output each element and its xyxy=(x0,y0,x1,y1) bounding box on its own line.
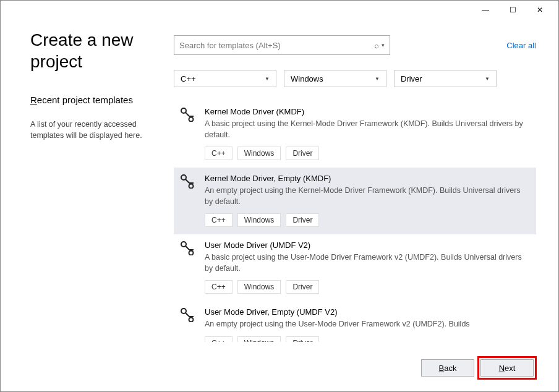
template-item[interactable]: Kernel Mode Driver, Empty (KMDF) An empt… xyxy=(174,168,536,234)
template-body: Kernel Mode Driver (KMDF) A basic projec… xyxy=(205,107,529,160)
platform-filter-value: Windows xyxy=(291,74,323,83)
type-filter[interactable]: Driver ▼ xyxy=(394,70,497,87)
template-tags: C++ Windows Driver xyxy=(205,336,529,343)
svg-point-4 xyxy=(181,242,186,247)
page-title: Create a new project xyxy=(30,29,164,72)
template-body: Kernel Mode Driver, Empty (KMDF) An empt… xyxy=(205,174,529,227)
back-button[interactable]: Back xyxy=(421,359,474,377)
template-tags: C++ Windows Driver xyxy=(205,213,529,227)
template-title: User Mode Driver (UMDF V2) xyxy=(205,241,529,250)
tag-windows: Windows xyxy=(237,147,281,160)
driver-icon xyxy=(180,107,197,122)
driver-icon xyxy=(180,241,197,255)
tag-windows: Windows xyxy=(237,213,281,227)
search-input[interactable] xyxy=(179,41,374,50)
content: Create a new project Recent project temp… xyxy=(1,19,558,342)
template-tags: C++ Windows Driver xyxy=(205,280,529,294)
recent-title: Recent project templates xyxy=(30,95,164,105)
maximize-button[interactable]: ☐ xyxy=(499,1,526,19)
filter-row: C++ ▼ Windows ▼ Driver ▼ xyxy=(174,70,536,87)
template-body: User Mode Driver (UMDF V2) A basic proje… xyxy=(205,241,529,294)
tag-driver: Driver xyxy=(286,213,319,227)
chevron-down-icon: ▼ xyxy=(265,76,270,82)
tag-driver: Driver xyxy=(286,147,319,160)
svg-point-6 xyxy=(181,309,186,313)
language-filter-value: C++ xyxy=(181,74,196,83)
driver-icon xyxy=(180,307,197,322)
tag-driver: Driver xyxy=(286,336,319,343)
platform-filter[interactable]: Windows ▼ xyxy=(284,70,386,87)
recent-body: A list of your recently accessed templat… xyxy=(30,119,164,141)
svg-point-1 xyxy=(189,117,194,122)
search-dropdown-icon[interactable]: ▾ xyxy=(382,42,385,48)
template-desc: An empty project using the User-Mode Dri… xyxy=(205,319,529,330)
template-title: Kernel Mode Driver (KMDF) xyxy=(205,107,529,116)
svg-point-2 xyxy=(181,175,186,180)
template-body: User Mode Driver, Empty (UMDF V2) An emp… xyxy=(205,307,529,342)
search-icon[interactable]: ⌕ xyxy=(374,41,379,50)
next-button[interactable]: Next xyxy=(480,359,534,377)
clear-all-link[interactable]: Clear all xyxy=(506,41,536,50)
language-filter[interactable]: C++ ▼ xyxy=(174,70,276,87)
tag-cpp: C++ xyxy=(205,336,233,343)
template-title: User Mode Driver, Empty (UMDF V2) xyxy=(205,307,529,317)
template-desc: An empty project using the Kernel-Mode D… xyxy=(205,185,529,207)
svg-point-3 xyxy=(189,184,194,189)
titlebar: — ☐ ✕ xyxy=(1,1,558,19)
svg-point-7 xyxy=(189,318,194,322)
template-item[interactable]: User Mode Driver, Empty (UMDF V2) An emp… xyxy=(174,301,536,342)
chevron-down-icon: ▼ xyxy=(375,76,380,82)
search-box[interactable]: ⌕ ▾ xyxy=(174,35,390,55)
template-item[interactable]: Kernel Mode Driver (KMDF) A basic projec… xyxy=(174,101,536,168)
template-list: Kernel Mode Driver (KMDF) A basic projec… xyxy=(174,101,536,342)
tag-driver: Driver xyxy=(286,280,319,294)
type-filter-value: Driver xyxy=(401,74,422,83)
tag-windows: Windows xyxy=(237,336,281,343)
tag-windows: Windows xyxy=(237,280,281,294)
template-desc: A basic project using the User-Mode Driv… xyxy=(205,252,529,274)
left-column: Create a new project Recent project temp… xyxy=(30,29,174,342)
footer-buttons: Back Next xyxy=(421,359,534,377)
search-row: ⌕ ▾ Clear all xyxy=(174,35,536,55)
chevron-down-icon: ▼ xyxy=(485,76,490,82)
template-desc: A basic project using the Kernel-Mode Dr… xyxy=(205,119,529,140)
minimize-button[interactable]: — xyxy=(472,1,499,19)
svg-point-0 xyxy=(181,108,186,113)
template-item[interactable]: User Mode Driver (UMDF V2) A basic proje… xyxy=(174,234,536,301)
right-column: ⌕ ▾ Clear all C++ ▼ Windows ▼ Driver ▼ xyxy=(174,29,536,342)
tag-cpp: C++ xyxy=(205,280,233,294)
tag-cpp: C++ xyxy=(205,147,233,160)
close-button[interactable]: ✕ xyxy=(526,1,553,19)
template-title: Kernel Mode Driver, Empty (KMDF) xyxy=(205,174,529,183)
tag-cpp: C++ xyxy=(205,213,233,227)
template-tags: C++ Windows Driver xyxy=(205,147,529,160)
svg-point-5 xyxy=(189,251,194,255)
driver-icon xyxy=(180,174,197,189)
